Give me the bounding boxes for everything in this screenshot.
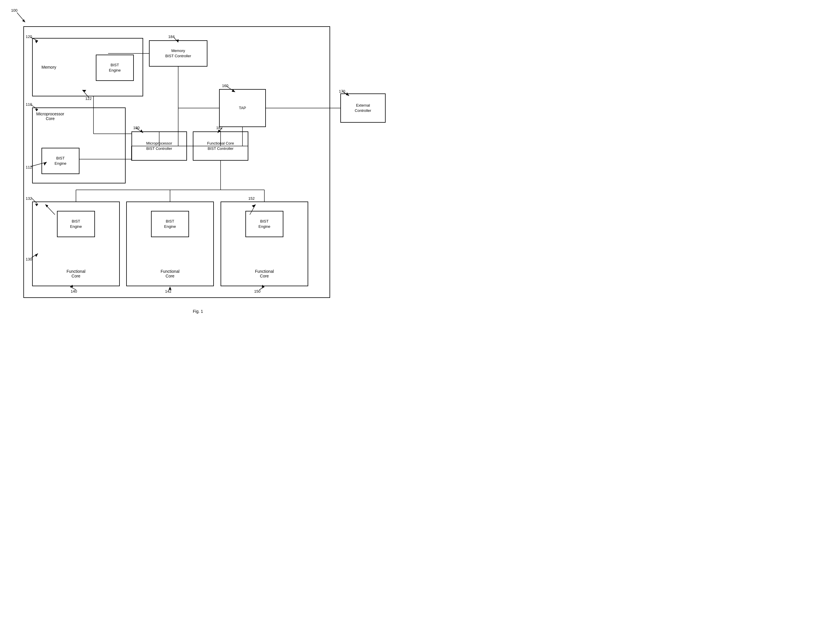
label-184: 184 — [168, 34, 175, 39]
fc1-bist-engine-box: BISTEngine — [57, 211, 95, 237]
label-150: 150 — [254, 289, 261, 294]
fc2-box: BISTEngine FunctionalCore — [126, 201, 214, 286]
tap-label: TAP — [239, 105, 246, 111]
label-140: 140 — [71, 289, 77, 294]
fc2-bist-engine-label: BISTEngine — [164, 219, 176, 229]
label-160: 160 — [222, 83, 229, 88]
fig-label: Fig. 1 — [193, 309, 203, 314]
svg-marker-1 — [22, 19, 25, 22]
label-122: 122 — [85, 96, 92, 101]
label-100: 100 — [11, 8, 18, 13]
fc-bist-controller-box: Functional CoreBIST Controller — [193, 131, 248, 161]
svg-line-0 — [17, 13, 25, 22]
label-152: 152 — [248, 196, 255, 201]
mp-bist-controller-box: MicroprocessorBIST Controller — [131, 131, 187, 161]
external-controller-label: ExternalController — [355, 103, 371, 113]
fc3-bist-engine-label: BISTEngine — [259, 219, 270, 229]
microprocessor-core-box: MicroprocessorCore BISTEngine — [32, 107, 126, 184]
label-110: 110 — [26, 102, 32, 107]
fc-bist-controller-label: Functional CoreBIST Controller — [207, 141, 234, 151]
memory-bist-controller-box: MemoryBIST Controller — [149, 40, 207, 67]
external-controller-box: ExternalController — [340, 93, 386, 123]
memory-bist-engine-label: BISTEngine — [109, 62, 121, 73]
microprocessor-core-label: MicroprocessorCore — [36, 112, 64, 121]
label-130: 130 — [26, 257, 32, 261]
mp-bist-controller-label: MicroprocessorBIST Controller — [146, 141, 172, 151]
label-180: 180 — [133, 126, 140, 130]
label-112: 112 — [26, 165, 32, 169]
label-132: 132 — [26, 196, 32, 201]
mp-bist-engine-box: BISTEngine — [42, 148, 80, 174]
memory-label: Memory — [42, 65, 56, 70]
fc2-bist-engine-box: BISTEngine — [151, 211, 189, 237]
fc3-bist-engine-box: BISTEngine — [245, 211, 283, 237]
label-142: 142 — [165, 289, 171, 294]
label-170: 170 — [339, 89, 345, 93]
label-120: 120 — [26, 34, 32, 39]
fc3-box: BISTEngine FunctionalCore — [221, 201, 308, 286]
memory-bist-engine-box: BISTEngine — [96, 54, 134, 81]
tap-box: TAP — [219, 89, 266, 127]
memory-bist-controller-label: MemoryBIST Controller — [165, 48, 191, 59]
memory-core-box: Memory BISTEngine — [32, 38, 143, 96]
fc1-box: BISTEngine FunctionalCore — [32, 201, 120, 286]
mp-bist-engine-label: BISTEngine — [54, 156, 66, 166]
label-182: 182 — [216, 126, 222, 130]
fc1-bist-engine-label: BISTEngine — [70, 219, 82, 229]
